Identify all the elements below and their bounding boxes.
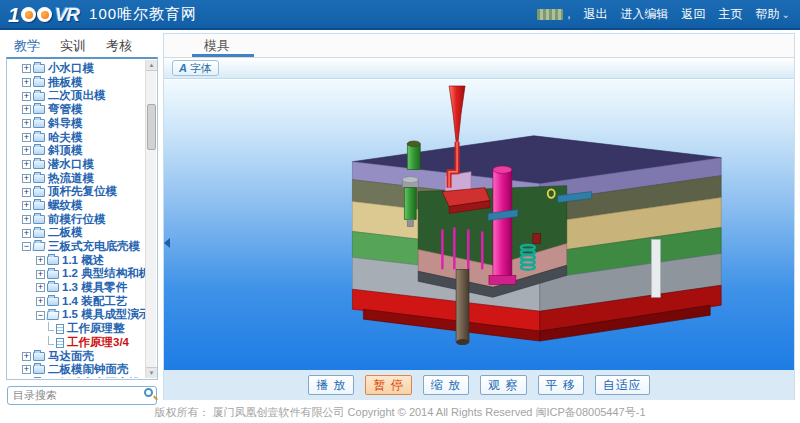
folder-icon — [33, 146, 45, 155]
logo-vr: VR — [55, 5, 79, 24]
observe-button[interactable]: 观 察 — [480, 375, 526, 395]
search-input[interactable] — [7, 386, 157, 405]
document-icon — [56, 324, 64, 334]
tree-item[interactable]: +推板模 — [8, 76, 145, 90]
folder-icon — [33, 201, 45, 210]
tree-item[interactable]: +顶杆先复位模 — [8, 185, 145, 199]
pan-button[interactable]: 平 移 — [538, 375, 584, 395]
tree-item-label: 三板式充电底壳模 — [48, 240, 140, 254]
expand-icon[interactable]: + — [22, 201, 31, 210]
tab-training[interactable]: 实训 — [60, 37, 86, 55]
panel-collapse-icon[interactable] — [164, 238, 170, 248]
tree-item-label: 马达面壳 — [48, 350, 94, 364]
tree-item[interactable]: +二板模闹钟面壳 — [8, 363, 145, 377]
site-logo[interactable]: 1 VR — [8, 4, 79, 25]
tab-assessment[interactable]: 考核 — [106, 37, 132, 55]
auto-fit-button[interactable]: 自适应 — [595, 375, 650, 395]
folder-icon — [33, 92, 45, 101]
tree-item-label: 二板模闹钟面壳 — [48, 363, 129, 377]
collapse-icon[interactable]: − — [22, 242, 31, 251]
top-header: 1 VR 100唯尔教育网 , 退出进入编辑返回主页帮助⌄ — [0, 0, 800, 30]
scrollbar-thumb[interactable] — [147, 104, 156, 150]
tree-item[interactable]: −1.5 模具成型演示 — [8, 308, 145, 322]
folder-icon — [33, 229, 45, 238]
mold-3d-model[interactable] — [164, 80, 794, 370]
main-panel: 模具 A 字体 — [163, 33, 795, 400]
tree-item[interactable]: +小水口模 — [8, 62, 145, 76]
expand-icon[interactable]: + — [22, 160, 31, 169]
pause-button[interactable]: 暂 停 — [365, 375, 411, 395]
tree-item-label: 1.1 概述 — [62, 254, 104, 268]
expand-icon[interactable]: + — [22, 119, 31, 128]
help-link[interactable]: 帮助⌄ — [756, 6, 790, 23]
expand-icon[interactable]: + — [22, 174, 31, 183]
enter-edit-link[interactable]: 进入编辑 — [621, 6, 669, 23]
expand-icon[interactable]: + — [36, 256, 45, 265]
play-button[interactable]: 播 放 — [308, 375, 354, 395]
tree-item[interactable]: +斜导模 — [8, 117, 145, 131]
tree-item[interactable]: +热流道模 — [8, 172, 145, 186]
expand-icon[interactable]: + — [22, 188, 31, 197]
scroll-down-icon[interactable]: ▼ — [146, 367, 157, 378]
expand-icon[interactable]: + — [22, 105, 31, 114]
expand-icon[interactable]: + — [22, 92, 31, 101]
tree-item[interactable]: +弯管模 — [8, 103, 145, 117]
folder-icon — [47, 270, 59, 279]
logo-zero-icon — [21, 7, 36, 22]
tree-connector — [48, 322, 54, 331]
expand-icon[interactable]: + — [22, 78, 31, 87]
font-button-label: 字体 — [190, 61, 212, 76]
tree-item[interactable]: −三板式充电底壳模 — [8, 240, 145, 254]
tree-item[interactable]: +三板式充电面壳模 — [8, 377, 145, 378]
active-tab-underline — [192, 54, 254, 57]
back-link[interactable]: 返回 — [682, 6, 706, 23]
left-tab-bar: 教学实训考核 — [14, 37, 132, 55]
zoom-button[interactable]: 缩 放 — [423, 375, 469, 395]
site-name: 100唯尔教育网 — [89, 5, 197, 24]
tree-item[interactable]: +前模行位模 — [8, 213, 145, 227]
tree-item[interactable]: +1.3 模具零件 — [8, 281, 145, 295]
guide-pillar — [407, 144, 420, 170]
expand-icon[interactable]: + — [22, 146, 31, 155]
tree-item[interactable]: +1.2 典型结构和机构 — [8, 267, 145, 281]
tab-teaching[interactable]: 教学 — [14, 37, 40, 55]
expand-icon[interactable]: + — [36, 270, 45, 279]
tree-item[interactable]: +螺纹模 — [8, 199, 145, 213]
collapse-icon[interactable]: − — [36, 311, 45, 320]
tree-item-label: 斜导模 — [48, 117, 83, 131]
tree-item[interactable]: +1.4 装配工艺 — [8, 295, 145, 309]
expand-icon[interactable]: + — [22, 133, 31, 142]
logo-zero-icon — [37, 7, 52, 22]
expand-icon[interactable]: + — [36, 297, 45, 306]
logout-link[interactable]: 退出 — [584, 6, 608, 23]
viewer-controls: 播 放暂 停缩 放观 察平 移自适应 — [164, 370, 794, 400]
tree-item[interactable]: +1.1 概述 — [8, 254, 145, 268]
ejector-pin — [467, 229, 469, 269]
expand-icon[interactable]: + — [22, 365, 31, 374]
tree-item[interactable]: 工作原理3/4 — [8, 336, 145, 350]
tree-item[interactable]: +哈夫模 — [8, 130, 145, 144]
expand-icon[interactable]: + — [36, 283, 45, 292]
tree-item[interactable]: +二次顶出模 — [8, 89, 145, 103]
guide-pillar — [404, 188, 416, 220]
tree-item[interactable]: +二板模 — [8, 226, 145, 240]
tree-item-label: 前模行位模 — [48, 213, 106, 227]
3d-viewer[interactable] — [164, 80, 794, 370]
tree-item[interactable]: +潜水口模 — [8, 158, 145, 172]
expand-icon[interactable]: + — [22, 229, 31, 238]
expand-icon[interactable]: + — [22, 64, 31, 73]
home-link[interactable]: 主页 — [719, 6, 743, 23]
font-icon: A — [179, 62, 187, 74]
ejector-pin — [441, 229, 443, 269]
expand-icon[interactable]: + — [22, 352, 31, 361]
tree-item-label: 1.4 装配工艺 — [62, 295, 127, 309]
font-button[interactable]: A 字体 — [172, 60, 219, 76]
catalog-tree-panel: +小水口模+推板模+二次顶出模+弯管模+斜导模+哈夫模+斜顶模+潜水口模+热流道… — [6, 57, 158, 380]
tree-scrollbar[interactable]: ▲ ▼ — [145, 60, 156, 378]
tree-item[interactable]: 工作原理整 — [8, 322, 145, 336]
tree-item[interactable]: +马达面壳 — [8, 349, 145, 363]
tree-item[interactable]: +斜顶模 — [8, 144, 145, 158]
expand-icon[interactable]: + — [22, 215, 31, 224]
scroll-up-icon[interactable]: ▲ — [146, 60, 157, 71]
search-icon[interactable] — [144, 388, 153, 397]
